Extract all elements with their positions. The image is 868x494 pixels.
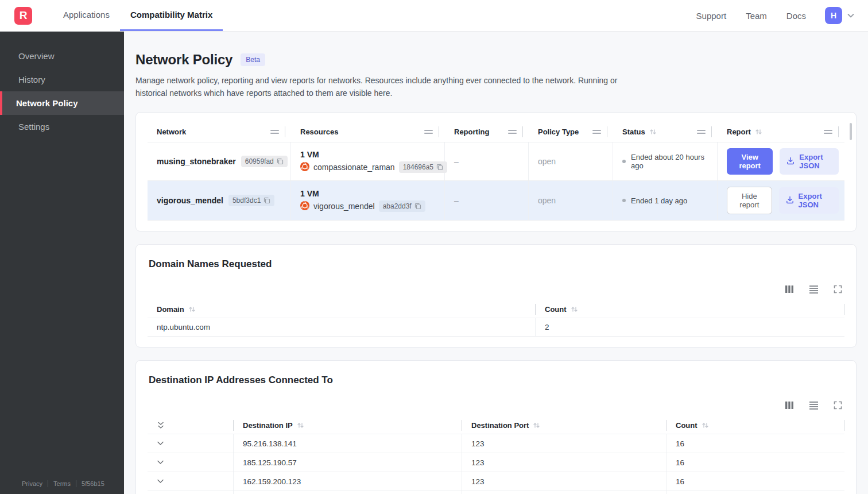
- resource-name: vigorous_mendel: [313, 202, 375, 211]
- column-divider: [607, 126, 607, 137]
- expand-all-header: [148, 416, 234, 434]
- copy-icon[interactable]: [436, 164, 443, 171]
- hash-badge: 60959fad: [241, 156, 288, 167]
- column-header-domain[interactable]: Domain: [148, 300, 536, 318]
- expand-cell: [148, 491, 234, 494]
- download-icon: [786, 157, 795, 167]
- chevron-down-icon[interactable]: [157, 460, 164, 465]
- build-id: 5f56b15: [82, 480, 104, 487]
- table-scrollbar[interactable]: [850, 123, 852, 140]
- drag-handle-icon[interactable]: [424, 130, 433, 134]
- column-header-reporting[interactable]: Reporting: [445, 122, 529, 142]
- drag-handle-icon[interactable]: [697, 130, 706, 134]
- row-density-icon[interactable]: [809, 401, 819, 410]
- row-density-icon[interactable]: [809, 285, 819, 294]
- network-row[interactable]: vigorous_mendel 5bdf3dc1 1 VM vig: [148, 180, 844, 221]
- nav-link-docs[interactable]: Docs: [777, 11, 816, 21]
- terms-link[interactable]: Terms: [53, 480, 71, 487]
- privacy-link[interactable]: Privacy: [22, 480, 42, 487]
- ip-cell: 95.216.138.141: [234, 434, 462, 453]
- port-cell: 123: [462, 491, 666, 494]
- brand-logo-icon[interactable]: R: [14, 7, 32, 25]
- domain-row[interactable]: ntp.ubuntu.com 2: [148, 318, 844, 337]
- page-description: Manage network policy, reporting and vie…: [135, 74, 641, 99]
- sort-arrows-icon[interactable]: [571, 306, 578, 313]
- drag-handle-icon[interactable]: [824, 130, 832, 134]
- nav-tab-applications[interactable]: Applications: [53, 0, 120, 31]
- destinations-card: Destination IP Addresses Connected To: [135, 360, 857, 494]
- drag-handle-icon[interactable]: [508, 130, 517, 134]
- column-divider: [522, 126, 523, 137]
- ip-cell: 162.159.200.123: [234, 472, 462, 491]
- copy-icon[interactable]: [414, 203, 421, 210]
- drag-handle-icon[interactable]: [270, 130, 279, 134]
- sort-arrows-icon[interactable]: [649, 128, 657, 136]
- double-chevron-down-icon[interactable]: [157, 421, 165, 430]
- sidebar-item-overview[interactable]: Overview: [0, 44, 124, 68]
- count-cell: 16: [666, 453, 844, 472]
- fullscreen-icon[interactable]: [834, 401, 842, 410]
- nav-link-support[interactable]: Support: [687, 11, 737, 21]
- domain-cell: ntp.ubuntu.com: [148, 318, 536, 336]
- column-header-status[interactable]: Status: [613, 122, 718, 142]
- ubuntu-icon: [300, 201, 309, 212]
- domains-table-header: Domain Count: [148, 300, 844, 318]
- destinations-table-header: Destination IP Destination Port Count: [148, 416, 844, 434]
- count-cell: 16: [666, 491, 844, 494]
- domains-table: Domain Count ntp.ubuntu.com 2: [148, 300, 844, 337]
- page-title: Network Policy: [135, 52, 232, 68]
- column-header-destination-port[interactable]: Destination Port: [462, 416, 666, 434]
- export-json-button[interactable]: Export JSON: [779, 187, 839, 214]
- column-header-policy-type[interactable]: Policy Type: [529, 122, 613, 142]
- column-header-resources[interactable]: Resources: [291, 122, 445, 142]
- sort-arrows-icon[interactable]: [702, 422, 709, 429]
- sort-arrows-icon[interactable]: [297, 422, 304, 429]
- drag-handle-icon[interactable]: [592, 130, 601, 134]
- divider: [48, 480, 48, 487]
- export-json-button[interactable]: Export JSON: [780, 148, 839, 175]
- user-avatar[interactable]: H: [825, 7, 842, 24]
- columns-icon[interactable]: [785, 285, 794, 294]
- expand-cell: [148, 453, 234, 472]
- column-divider: [711, 126, 712, 137]
- chevron-down-icon[interactable]: [157, 441, 164, 446]
- download-icon: [786, 196, 794, 206]
- column-divider: [285, 126, 285, 137]
- column-header-network[interactable]: Network: [148, 122, 291, 142]
- sort-arrows-icon[interactable]: [188, 306, 196, 313]
- networks-card: Network Resources Reporting Policy Type …: [135, 112, 857, 231]
- destination-row: 162.159.200.123 123 16: [148, 472, 844, 491]
- sort-arrows-icon[interactable]: [533, 422, 540, 429]
- column-header-count[interactable]: Count: [536, 300, 844, 318]
- sidebar-item-network-policy[interactable]: Network Policy: [0, 91, 124, 115]
- nav-link-team[interactable]: Team: [736, 11, 777, 21]
- sidebar-item-history[interactable]: History: [0, 68, 124, 91]
- nav-tab-label: Compatibility Matrix: [130, 10, 212, 20]
- sort-arrows-icon[interactable]: [755, 128, 762, 136]
- policy-type-cell: open: [529, 142, 613, 180]
- sidebar-item-settings[interactable]: Settings: [0, 115, 124, 138]
- chevron-down-icon[interactable]: [846, 11, 855, 20]
- expand-cell: [148, 472, 234, 491]
- sidebar: Overview History Network Policy Settings…: [0, 32, 124, 494]
- fullscreen-icon[interactable]: [834, 285, 842, 294]
- copy-icon[interactable]: [277, 158, 284, 165]
- hide-report-button[interactable]: Hide report: [727, 187, 772, 214]
- report-cell: View report Export JSON: [718, 142, 844, 180]
- column-header-destination-ip[interactable]: Destination IP: [234, 416, 462, 434]
- column-header-report[interactable]: Report: [718, 122, 844, 142]
- network-cell: musing_stonebraker 60959fad: [148, 142, 291, 180]
- status-cell: Ended about 20 hours ago: [613, 142, 718, 180]
- reporting-cell: –: [445, 142, 529, 180]
- resources-cell: 1 VM vigorous_mendel aba2dd3f: [291, 181, 445, 220]
- columns-icon[interactable]: [785, 401, 794, 410]
- column-divider: [838, 126, 839, 137]
- network-row[interactable]: musing_stonebraker 60959fad 1 VM: [148, 142, 844, 180]
- column-header-count[interactable]: Count: [666, 416, 844, 434]
- nav-tab-compatibility-matrix[interactable]: Compatibility Matrix: [120, 0, 223, 31]
- ip-cell: 185.125.190.57: [234, 453, 462, 472]
- chevron-down-icon[interactable]: [157, 479, 164, 484]
- view-report-button[interactable]: View report: [727, 148, 773, 175]
- domains-card: Domain Names Requested Domain: [135, 244, 857, 348]
- copy-icon[interactable]: [264, 197, 270, 204]
